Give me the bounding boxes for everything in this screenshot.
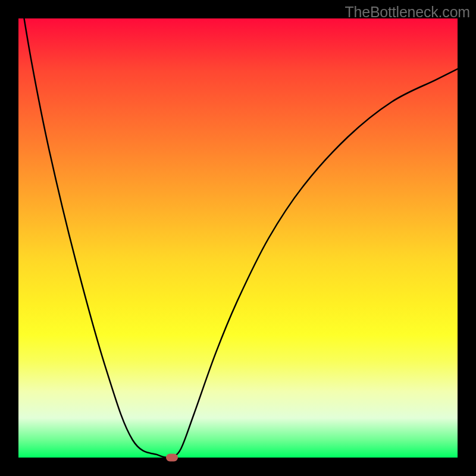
curve-layer [18, 18, 458, 458]
curve-left-branch [18, 18, 172, 458]
optimum-marker [166, 454, 178, 462]
curve-right-branch [172, 69, 458, 458]
watermark-text: TheBottleneck.com [345, 4, 470, 21]
